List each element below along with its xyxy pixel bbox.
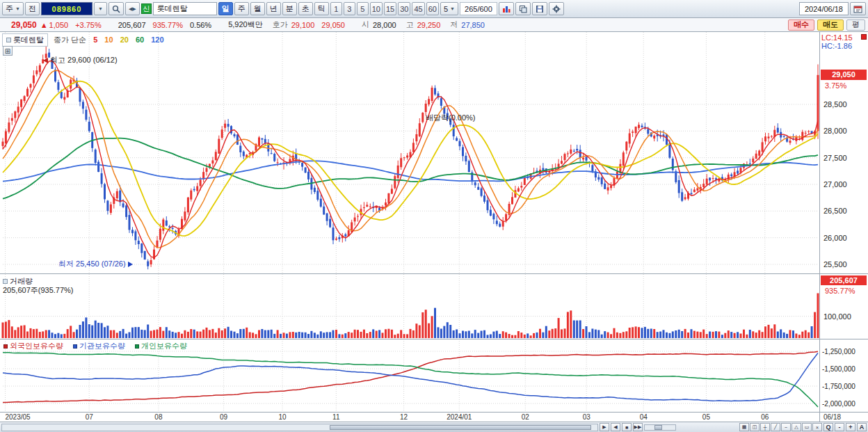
svg-text:2024/01: 2024/01 [447, 413, 472, 421]
bar-chart-icon [502, 5, 511, 13]
slider-thumb[interactable] [654, 425, 662, 430]
minute-1-button[interactable]: 1 [330, 2, 342, 15]
scrollbar-thumb[interactable] [330, 425, 592, 430]
quote-label: 호가 [273, 19, 288, 30]
open-price: 28,000 [373, 21, 396, 29]
series-name: 롯데렌탈 [13, 35, 44, 45]
chart-menu-icon[interactable]: ⊞ [3, 46, 13, 56]
svg-text:26,500: 26,500 [823, 207, 847, 215]
svg-text:12: 12 [400, 413, 408, 421]
prev-next-stock-button[interactable]: ◀▶ [125, 2, 140, 15]
play-button[interactable]: ▶ [600, 423, 609, 431]
svg-text:-2,000,000: -2,000,000 [822, 400, 855, 408]
unit-minute-button[interactable]: 분 [282, 2, 297, 15]
candle-range-indicator: 265/600 [460, 2, 497, 15]
wave-tool-icon[interactable]: ~ [781, 423, 791, 431]
arrow-right-icon [128, 262, 133, 267]
auto-scale-button[interactable]: A [857, 423, 867, 431]
prev-code-button[interactable]: 전 [25, 2, 40, 15]
minute-30-button[interactable]: 30 [398, 2, 410, 15]
unit-second-button[interactable]: 초 [298, 2, 313, 15]
alert-icon[interactable] [861, 34, 867, 40]
stock-code-input[interactable]: 089860 [41, 2, 93, 15]
bottom-toolbar: ▶ ◀ ■ ▶▶ ▦ ◫ ┼ ╱ ~ △ ▭ × Q - + A [0, 422, 868, 432]
search-icon [112, 5, 120, 13]
minute-10-button[interactable]: 10 [370, 2, 383, 15]
svg-text:27,500: 27,500 [823, 154, 847, 162]
ma60-label: 60 [136, 35, 144, 44]
chevron-down-icon: ▼ [15, 6, 20, 11]
grid-layout-tool-icon[interactable]: ▦ [739, 423, 749, 431]
date-input[interactable]: 2024/06/18 [799, 2, 849, 15]
speed-slider[interactable] [644, 424, 676, 431]
stop-button[interactable]: ■ [622, 423, 632, 431]
zoom-in-button[interactable]: + [846, 423, 855, 431]
svg-text:-1,250,000: -1,250,000 [822, 348, 855, 355]
ma5-label: 5 [93, 35, 97, 44]
arrow-left-icon [43, 58, 48, 63]
chart-window: 주▼ 전 089860 ▼ ◀▶ 신 롯데렌탈 일 주 월 년 분 초 틱 1 … [0, 0, 868, 432]
info-bar: 29,050 ▲ 1,050 +3.75% 205,607 935.77% 0.… [0, 18, 868, 32]
settings-button[interactable] [549, 2, 564, 15]
ma-lines-layer [3, 61, 818, 258]
checkbox-icon [3, 279, 8, 284]
chart-type-button[interactable] [499, 2, 514, 15]
period-week-button[interactable]: 주 [234, 2, 249, 15]
svg-text:26,000: 26,000 [823, 234, 847, 242]
search-button[interactable] [108, 2, 124, 15]
ma120-label: 120 [151, 35, 163, 44]
svg-text:27,000: 27,000 [823, 180, 847, 189]
unit-tick-button[interactable]: 틱 [314, 2, 329, 15]
trade-value: 5,920백만 [228, 19, 263, 30]
crosshair-tool-icon[interactable]: ┼ [760, 423, 770, 431]
split-screen-tool-icon[interactable]: ◫ [750, 423, 760, 431]
current-price-badge: 29,050 [821, 70, 867, 80]
minute-3-button[interactable]: 3 [344, 2, 355, 15]
svg-text:05: 05 [702, 413, 711, 421]
svg-text:-1,500,000: -1,500,000 [822, 365, 855, 373]
buy-button[interactable]: 매수 [788, 19, 814, 31]
pattern-tool-icon[interactable]: △ [791, 423, 801, 431]
code-dropdown-button[interactable]: ▼ [94, 2, 107, 15]
compare-button[interactable] [515, 2, 531, 15]
save-button[interactable] [532, 2, 547, 15]
series-marker-icon [73, 344, 77, 349]
volume-value: 205,607 [118, 21, 146, 29]
zoom-search-button[interactable]: Q [823, 423, 833, 431]
ma10-label: 10 [104, 35, 113, 44]
period-type-combo[interactable]: 주▼ [2, 2, 24, 15]
trendline-tool-icon[interactable]: ╱ [771, 423, 780, 431]
chart-scrollbar[interactable] [1, 424, 598, 431]
period-day-button[interactable]: 일 [218, 2, 233, 15]
calendar-button[interactable] [850, 2, 866, 15]
save-icon [536, 5, 544, 13]
ma-legend-label: 종가 단순 [54, 35, 86, 44]
textbox-tool-icon[interactable]: ▭ [802, 423, 812, 431]
series-toggle[interactable]: 롯데렌탈 [2, 33, 48, 47]
chart-region: 28,50028,00027,50027,00026,50026,00025,5… [0, 32, 868, 422]
series-marker-icon [135, 344, 139, 349]
chart-canvas[interactable]: 28,50028,00027,50027,00026,50026,00025,5… [0, 32, 868, 422]
period-month-button[interactable]: 월 [250, 2, 265, 15]
stock-name: 롯데렌탈 [153, 2, 217, 15]
zoom-out-button[interactable]: - [835, 423, 844, 431]
period-year-button[interactable]: 년 [266, 2, 281, 15]
svg-text:03: 03 [583, 413, 591, 421]
svg-text:2023/05: 2023/05 [6, 413, 31, 421]
ma-legend: 종가 단순 5 10 20 60 120 [54, 35, 169, 45]
minute-15-button[interactable]: 15 [384, 2, 396, 15]
step-back-button[interactable]: ◀ [611, 423, 620, 431]
delete-tool-icon[interactable]: × [812, 423, 822, 431]
sell-button[interactable]: 매도 [817, 19, 844, 31]
up-arrow-icon: ▲ [40, 21, 48, 29]
go-end-button[interactable]: ▶▶ [633, 423, 643, 431]
svg-text:100,000: 100,000 [823, 312, 851, 321]
avg-button[interactable]: 평 [846, 19, 865, 31]
minute-45-button[interactable]: 45 [412, 2, 424, 15]
minute-60-button[interactable]: 60 [426, 2, 439, 15]
minute-5-button[interactable]: 5 [357, 2, 369, 15]
hc-indicator: HC:-1.86 [821, 42, 852, 50]
minute-select[interactable]: 5▼ [440, 2, 458, 15]
volume-bars-layer [2, 294, 819, 339]
calendar-icon [853, 5, 862, 13]
